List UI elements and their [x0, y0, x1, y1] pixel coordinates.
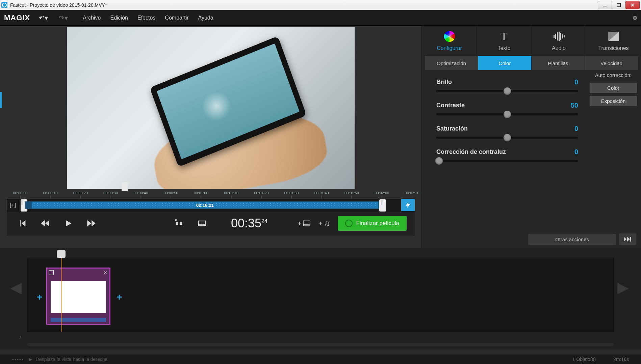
clip-thumbnail [51, 281, 106, 313]
timeline-nav-left[interactable]: ◀ [10, 279, 24, 296]
slider-track[interactable] [436, 160, 578, 162]
status-hint-icon: ▶ [29, 357, 32, 362]
effects-top-tabs: Configurar T Texto Audio Transiciones [422, 26, 641, 56]
slider-corrección-de-contraluz: Corrección de contraluz0 [436, 148, 578, 162]
timeline-clip[interactable]: ✕ [46, 268, 110, 325]
svg-rect-10 [560, 33, 561, 40]
subtab-speed[interactable]: Velocidad [585, 56, 638, 70]
slider-thumb[interactable] [504, 87, 511, 95]
ruler-tick: 00:00:40 [134, 191, 148, 198]
menu-edit[interactable]: Edición [110, 15, 128, 21]
add-audio-button[interactable]: +♫ [318, 219, 330, 228]
film-reel-icon [345, 220, 353, 227]
video-preview[interactable] [67, 27, 355, 189]
finalize-movie-button[interactable]: Finalizar película [338, 216, 407, 231]
ruler-tick: 00:01:40 [314, 191, 329, 198]
svg-rect-7 [555, 34, 556, 39]
maximize-button[interactable] [612, 1, 626, 9]
panel-expand-handle[interactable] [0, 92, 2, 108]
subtab-color[interactable]: Color [478, 56, 532, 70]
audio-bars-icon [552, 30, 566, 43]
add-clip-after-button[interactable]: + [117, 292, 125, 300]
slider-track[interactable] [436, 113, 578, 115]
autocorrect-color-button[interactable]: Color [590, 83, 637, 93]
filmstrip-button[interactable] [195, 216, 209, 231]
music-track-icon: ♪ [19, 334, 22, 340]
subtab-templates[interactable]: Plantillas [532, 56, 585, 70]
minimize-button[interactable] [598, 1, 612, 9]
effects-footer: Otras acciones [422, 230, 641, 248]
svg-rect-6 [554, 35, 555, 38]
timeline-ruler[interactable] [27, 250, 614, 258]
slider-track[interactable] [436, 90, 578, 92]
menu-share[interactable]: Compartir [165, 15, 188, 21]
window-title: Fastcut - Proyecto de vídeo 2015-01-20.M… [10, 2, 598, 8]
add-video-button[interactable]: + [298, 220, 310, 227]
tab-text[interactable]: T Texto [477, 26, 532, 56]
clip-remove-button[interactable]: ✕ [103, 270, 107, 275]
rewind-button[interactable] [38, 216, 53, 231]
range-fill[interactable]: 02:16:21 [25, 201, 385, 209]
autocorrect-exposure-button[interactable]: Exposición [590, 96, 637, 106]
subtab-optimization[interactable]: Optimización [425, 56, 478, 70]
preview-scene [67, 27, 355, 189]
split-clip-button[interactable] [172, 216, 186, 231]
slider-label: Corrección de contraluz [436, 148, 506, 156]
undo-button[interactable]: ↶▾ [37, 12, 50, 23]
range-track[interactable]: ||| 02:16:21 ||| [19, 199, 401, 211]
slider-label: Contraste [436, 102, 465, 109]
brand-logo: MAGIX [4, 13, 30, 22]
tab-audio[interactable]: Audio [532, 26, 586, 56]
slider-thumb[interactable] [504, 111, 511, 118]
menu-file[interactable]: Archivo [83, 15, 101, 21]
text-icon: T [497, 30, 511, 43]
timeline-scrollbar[interactable] [27, 343, 614, 346]
ruler-tick: 00:02:10 [405, 191, 419, 198]
slider-contraste: Contraste50 [436, 102, 578, 115]
preview-ruler-area: 00:00:0000:00:1000:00:2000:00:3000:00:40… [7, 191, 415, 211]
svg-rect-3 [303, 221, 310, 226]
playhead-marker[interactable] [122, 182, 128, 191]
clip-audio-bar [51, 318, 106, 322]
window-titlebar: Fastcut - Proyecto de vídeo 2015-01-20.M… [0, 0, 641, 10]
svg-rect-14 [630, 237, 631, 242]
ruler-tick: 00:01:00 [194, 191, 208, 198]
go-start-button[interactable] [15, 216, 30, 231]
tab-transitions[interactable]: Transiciones [586, 26, 641, 56]
slider-track[interactable] [436, 137, 578, 139]
add-clip-before-button[interactable]: + [37, 292, 45, 300]
timeline-tracks[interactable]: + ✕ + [27, 258, 614, 332]
finalize-label: Finalizar película [356, 220, 399, 227]
color-wheel-icon [443, 30, 456, 43]
range-row: [+] ||| 02:16:21 ||| [7, 199, 415, 211]
forward-button[interactable] [84, 216, 99, 231]
clip-enabled-checkbox[interactable] [49, 270, 54, 275]
other-actions-button[interactable]: Otras acciones [528, 234, 616, 245]
slider-value: 0 [574, 148, 578, 156]
range-expand-button[interactable]: [+] [7, 199, 19, 211]
play-button[interactable] [61, 216, 76, 231]
timeline-nav-right[interactable]: ▶ [617, 279, 631, 296]
auto-cut-button[interactable] [401, 199, 415, 211]
close-button[interactable] [625, 1, 640, 9]
redo-button[interactable]: ↷▾ [57, 12, 70, 23]
ruler-tick: 00:00:20 [73, 191, 88, 198]
timecode-display: 00:3524 [231, 216, 267, 230]
apply-next-button[interactable] [619, 233, 636, 245]
time-ruler[interactable]: 00:00:0000:00:1000:00:2000:00:3000:00:40… [7, 191, 415, 199]
tab-configure[interactable]: Configurar [422, 26, 477, 56]
slider-thumb[interactable] [504, 134, 511, 141]
statusbar: ▪▪▪▪▪ ▶ Desplaza la vista hacia la derec… [0, 355, 641, 364]
status-hint: Desplaza la vista hacia la derecha [36, 357, 107, 362]
app-icon [1, 2, 7, 8]
timeline-playline [61, 258, 62, 332]
timeline-playhead[interactable] [57, 250, 66, 258]
menu-effects[interactable]: Efectos [137, 15, 155, 21]
svg-rect-11 [562, 34, 563, 38]
menu-help[interactable]: Ayuda [198, 15, 213, 21]
range-out-handle[interactable]: ||| [379, 199, 386, 212]
status-object-count: 1 Objeto(s) [572, 357, 596, 362]
svg-rect-12 [564, 35, 565, 37]
timeline-area: ◀ ▶ + ✕ + ♪ [0, 248, 641, 349]
slider-thumb[interactable] [435, 157, 443, 165]
